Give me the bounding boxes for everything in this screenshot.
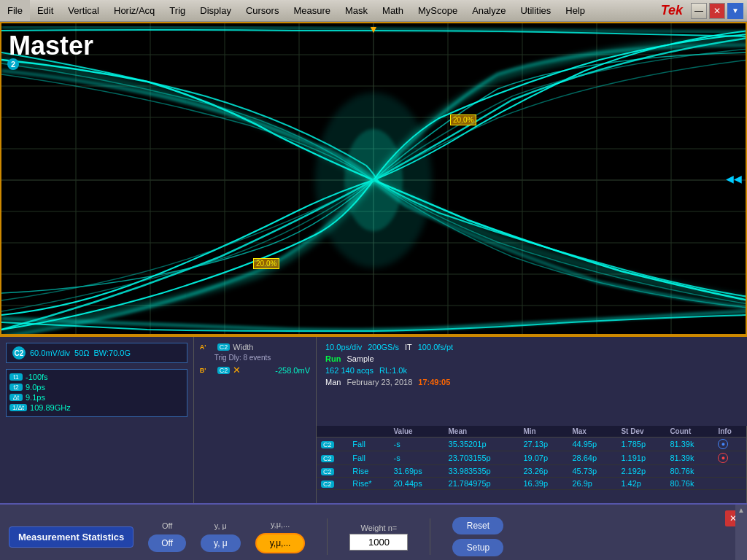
eye-diagram [1, 23, 746, 334]
rl-value: RL:1.0k [379, 366, 407, 375]
divider-2 [430, 518, 430, 555]
off-button[interactable]: Off [148, 534, 186, 552]
percent-label-bottom: 20.0% [253, 258, 279, 269]
scope-display: ▼ 2 Master 20.0% 20.0% ◀◀ [0, 22, 747, 335]
date-row: Man February 23, 2018 17:49:05 [325, 378, 738, 386]
meas-table-body: C2 Fall -s 35.35201p 27.13p 44.95p 1.785… [317, 438, 746, 490]
col-mean: Mean [444, 426, 519, 438]
cursor-b-label: B' [200, 367, 214, 374]
menu-file[interactable]: File [0, 0, 30, 21]
row-count: 80.76k [665, 465, 713, 478]
scroll-bar: ▲ ▼ [735, 505, 747, 560]
row-min: 23.26p [519, 465, 568, 478]
row-value: 31.69ps [389, 465, 444, 478]
row-stdev: 1.42p [616, 478, 665, 490]
table-row: C2 Rise 31.69ps 33.983535p 23.26p 45.73p… [317, 465, 746, 478]
timebase-value: 10.0ps/div [325, 343, 362, 351]
row-ch: C2 [317, 438, 348, 451]
row-mean: 33.983535p [444, 465, 519, 478]
row-stdev: 1.785p [616, 438, 665, 451]
delta-row: Δt 9.1ps [9, 393, 184, 402]
col-info: Info [713, 426, 746, 438]
weight-input[interactable] [349, 534, 408, 551]
menu-horiz-acq[interactable]: Horiz/Acq [107, 0, 162, 21]
row-stdev: 2.192p [616, 465, 665, 478]
scroll-up-arrow[interactable]: ▲ [738, 506, 745, 514]
col-min: Min [519, 426, 568, 438]
cursor-a-row: A' C2 Width [200, 343, 310, 351]
table-row: C2 Fall -s 23.703155p 19.07p 28.64p 1.19… [317, 451, 746, 465]
menu-math[interactable]: Math [375, 0, 411, 21]
row-name: Rise [348, 465, 389, 478]
reset-setup-group: Reset Setup [452, 517, 503, 556]
control-panel: C2 60.0mV/div 50Ω BW:70.0G t1 -100fs t2 … [0, 335, 747, 503]
measurements-table: Value Mean Min Max St Dev Count Info C2 … [317, 426, 747, 503]
t1-badge: t1 [9, 373, 23, 381]
cursor-v2 [446, 23, 447, 334]
menu-myscope[interactable]: MyScope [411, 0, 465, 21]
menu-trig[interactable]: Trig [162, 0, 193, 21]
row-ch: C2 [317, 451, 348, 465]
delta-value: 9.1ps [26, 393, 184, 402]
menu-mask[interactable]: Mask [338, 0, 375, 21]
info-icon-blue: ● [718, 439, 728, 449]
t2-badge: t2 [9, 384, 23, 391]
delta-badge: Δt [9, 394, 23, 401]
row-info [713, 478, 746, 490]
mode-value: Sample [347, 354, 374, 363]
right-panel: 10.0ps/div 200GS/s IT 100.0fs/pt Run Sam… [317, 337, 747, 503]
col-max: Max [568, 426, 616, 438]
all-button-group: y,μ,... y,μ,... [255, 520, 306, 553]
dropdown-arrow[interactable]: ▼ [727, 3, 743, 19]
menu-edit[interactable]: Edit [30, 0, 61, 21]
time-value: 17:49:05 [418, 378, 450, 386]
close-button[interactable]: ✕ [709, 3, 725, 19]
menu-vertical[interactable]: Vertical [61, 0, 107, 21]
table-row: C2 Fall -s 35.35201p 27.13p 44.95p 1.785… [317, 438, 746, 451]
minimize-button[interactable]: — [691, 3, 707, 19]
it-label: IT [405, 343, 412, 351]
menu-display[interactable]: Display [193, 0, 239, 21]
menu-help[interactable]: Help [558, 0, 592, 21]
t1-value: -100fs [26, 373, 184, 381]
acqs-value: 162 140 acqs [325, 366, 374, 375]
all-label: y,μ,... [271, 520, 290, 529]
horizontal-scroll[interactable]: ◀◀ [726, 173, 742, 184]
brand-label: Tek [655, 3, 689, 18]
menu-analyze[interactable]: Analyze [465, 0, 513, 21]
row-max: 45.73p [568, 465, 616, 478]
date-value: February 23, 2018 [347, 378, 412, 386]
row-name: Rise* [348, 478, 389, 490]
trig-info: Trig Dly: 8 events [214, 354, 310, 362]
row-mean: 21.784975p [444, 478, 519, 490]
vdiv-value: 60.0mV/div [30, 349, 70, 357]
off-label: Off [162, 521, 172, 530]
cursor-v1 [370, 23, 371, 334]
setup-button[interactable]: Setup [452, 539, 503, 556]
row-mean: 23.703155p [444, 451, 519, 465]
row-ch: C2 [317, 465, 348, 478]
mean-label: y, μ [214, 521, 227, 530]
impedance-value: 50Ω [74, 349, 89, 357]
percent-label-top: 20.0% [450, 114, 476, 125]
all-button[interactable]: y,μ,... [255, 533, 306, 553]
row-min: 27.13p [519, 438, 568, 451]
menu-cursors[interactable]: Cursors [239, 0, 287, 21]
table-row: C2 Rise* 20.44ps 21.784975p 16.39p 26.9p… [317, 478, 746, 490]
inv-delta-row: 1/Δt 109.89GHz [9, 403, 184, 412]
row-name: Fall [348, 451, 389, 465]
menu-utilities[interactable]: Utilities [513, 0, 558, 21]
row-value: 20.44ps [389, 478, 444, 490]
stats-title: Measurement Statistics [9, 526, 133, 548]
col-value: Value [389, 426, 444, 438]
ch2-small-badge: C2 [12, 346, 26, 359]
t1-row: t1 -100fs [9, 373, 184, 381]
weight-label: Weight n= [361, 524, 398, 532]
mean-button[interactable]: y, μ [201, 534, 241, 552]
reset-button[interactable]: Reset [452, 517, 503, 534]
bandwidth-value: BW:70.0G [94, 349, 131, 357]
col-ch [317, 426, 348, 438]
off-button-group: Off Off [148, 521, 186, 552]
row-info: ● [713, 451, 746, 465]
menu-measure[interactable]: Measure [286, 0, 338, 21]
